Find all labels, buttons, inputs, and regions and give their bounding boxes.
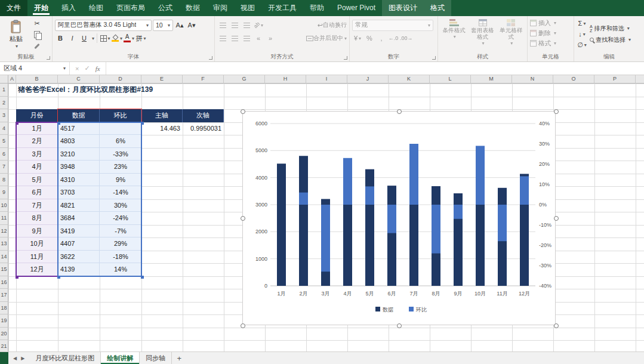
cell-D9[interactable]: -14% [100,186,141,199]
column-header-K[interactable]: K [389,75,430,84]
chart-resize-handle[interactable] [241,216,245,221]
row-header-21[interactable]: 21 [0,340,8,351]
ribbon-tab-file[interactable]: 文件 [0,0,27,16]
cell-E4[interactable]: 14.463 [141,122,183,135]
bar-mom-2月[interactable] [299,193,308,205]
cell-D12[interactable]: -7% [100,225,141,238]
wrap-text-button[interactable]: ↩自动换行 [318,20,347,30]
formula-input[interactable] [106,62,644,75]
percent-style-button[interactable]: % [364,33,375,44]
find-select-button[interactable]: 查找和选择▾ [590,35,631,45]
clear-button[interactable]: ∅▾ [577,39,587,50]
align-top-button[interactable] [217,20,228,30]
bar-mom-4月[interactable] [343,158,352,205]
chart-resize-handle[interactable] [554,216,559,221]
row-header-10[interactable]: 10 [0,199,8,212]
cell-B4[interactable]: 1月 [16,122,58,135]
font-size-select[interactable]: 10▾ [153,20,173,31]
number-format-select[interactable]: 常规▾ [352,20,433,31]
row-header-9[interactable]: 9 [0,186,8,199]
bar-data-6月[interactable] [387,186,396,286]
dialog-launcher-icon[interactable] [47,56,50,60]
column-header-N[interactable]: N [512,75,553,84]
column-header-O[interactable]: O [553,75,594,84]
cell-B7[interactable]: 4月 [16,161,58,174]
sheet-tab-3[interactable]: 同步轴 [140,352,172,364]
italic-button[interactable]: I [67,33,78,44]
increase-font-button[interactable]: A▴ [174,20,185,30]
font-color-button[interactable]: A▾ [124,33,134,44]
row-header-18[interactable]: 18 [0,302,8,315]
ribbon-tab-view[interactable]: 视图 [234,0,261,16]
column-header-F[interactable]: F [183,75,224,84]
ribbon-tab-format[interactable]: 格式 [424,0,451,16]
fill-color-button[interactable]: ▾ [112,33,122,44]
orientation-button[interactable]: ab▾ [253,20,264,30]
ribbon-tab-chart-design[interactable]: 图表设计 [382,0,424,16]
row-header-14[interactable]: 14 [0,251,8,264]
decrease-font-button[interactable]: A▾ [186,20,197,30]
row-header-19[interactable]: 19 [0,314,8,328]
insert-cells-button[interactable]: 插入 ▾ [530,18,571,28]
cell-D6[interactable]: -33% [100,148,141,161]
dialog-launcher-icon[interactable] [209,56,212,60]
align-middle-button[interactable] [229,20,240,30]
chart-resize-handle[interactable] [241,323,245,328]
decrease-decimal-button[interactable]: .00→ [400,33,413,44]
cell-F4[interactable]: 0.9950031 [183,122,224,135]
cell-B1-title[interactable]: 猪爸爸学Excel：月度环比双层柱形图#139 [18,84,153,97]
cell-B9[interactable]: 6月 [16,186,58,199]
column-header-C[interactable]: C [58,75,100,84]
row-header-11[interactable]: 11 [0,212,8,225]
column-header-L[interactable]: L [430,75,471,84]
increase-indent-button[interactable]: » [265,33,276,44]
column-header-B[interactable]: B [16,75,58,84]
row-header-13[interactable]: 13 [0,237,8,251]
row-header-12[interactable]: 12 [0,225,8,238]
cell-C9[interactable]: 3703 [58,186,100,199]
column-header-I[interactable]: I [306,75,347,84]
format-as-table-button[interactable]: 套用表格格式 ▾ [469,18,497,46]
format-painter-button[interactable] [32,41,42,51]
cell-C10[interactable]: 4821 [58,199,100,212]
cell-D4[interactable] [100,122,141,135]
column-header-A[interactable]: A [8,75,16,84]
cell-B12[interactable]: 9月 [16,225,58,238]
currency-format-button[interactable]: ¥▾ [352,33,363,44]
row-header-5[interactable]: 5 [0,135,8,148]
cell-D10[interactable]: 30% [100,199,141,212]
chart-resize-handle[interactable] [397,323,402,328]
column-header-H[interactable]: H [265,75,306,84]
bar-mom-5月[interactable] [365,186,374,205]
chart-resize-handle[interactable] [241,109,245,114]
conditional-formatting-button[interactable]: 条件格式 ▾ [440,18,468,39]
cell-styles-button[interactable]: 单元格样式 ▾ [497,18,525,46]
column-header-M[interactable]: M [471,75,512,84]
insert-function-button[interactable]: fx [95,65,100,72]
paste-button[interactable]: 粘贴 ▾ [2,18,30,50]
cell-C13[interactable]: 4407 [58,237,100,251]
autosum-button[interactable]: Σ▾ [577,18,587,29]
chart-resize-handle[interactable] [554,323,559,328]
ribbon-tab-data[interactable]: 数据 [179,0,207,16]
bar-mom-11月[interactable] [498,205,507,241]
cell-header-month[interactable]: 月份 [16,109,58,122]
comma-style-button[interactable]: , [376,33,387,44]
cell-D8[interactable]: 9% [100,174,141,187]
sort-filter-button[interactable]: AZ排序和筛选▾ [590,23,631,33]
cell-B5[interactable]: 2月 [16,135,58,148]
bar-mom-8月[interactable] [432,205,440,254]
font-name-select[interactable]: 阿里巴巴普惠体 3.0 45 Light▾ [55,20,152,31]
add-sheet-button[interactable]: + [172,352,186,364]
cell-D11[interactable]: -24% [100,212,141,225]
row-header-3[interactable]: 3 [0,109,8,122]
cell-C15[interactable]: 4139 [58,263,100,276]
row-header-15[interactable]: 15 [0,263,8,276]
cell-C8[interactable]: 4310 [58,174,100,187]
cell-C7[interactable]: 3948 [58,161,100,174]
row-header-6[interactable]: 6 [0,148,8,161]
ribbon-tab-home[interactable]: 开始 [27,0,55,16]
ribbon-tab-help[interactable]: 帮助 [303,0,331,16]
cell-header-mom[interactable]: 环比 [100,109,141,122]
cell-C12[interactable]: 3419 [58,225,100,238]
